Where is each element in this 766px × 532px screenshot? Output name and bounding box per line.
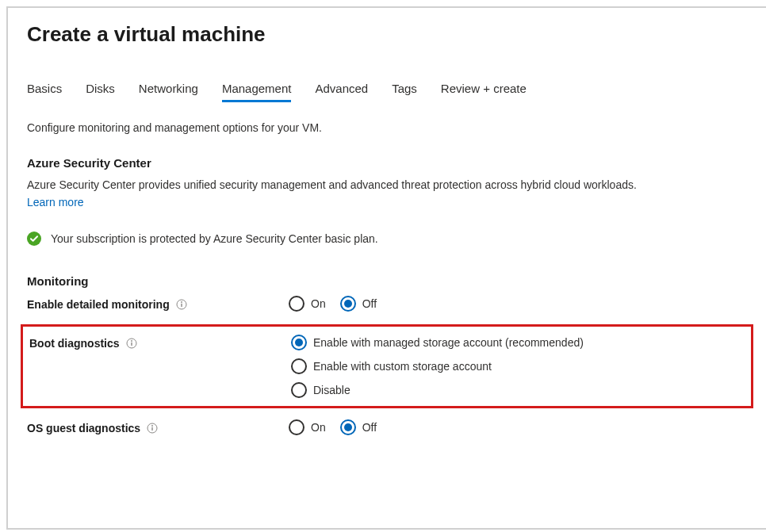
radio-detailed-on[interactable]: On <box>289 296 326 312</box>
security-section-desc: Azure Security Center provides unified s… <box>27 178 747 193</box>
tab-management[interactable]: Management <box>222 82 292 102</box>
options-boot-diagnostics: Enable with managed storage account (rec… <box>291 335 584 398</box>
radio-boot-disable[interactable]: Disable <box>291 382 584 398</box>
security-status-row: Your subscription is protected by Azure … <box>27 232 747 246</box>
svg-rect-6 <box>131 342 132 345</box>
row-os-guest-diagnostics: OS guest diagnostics On Off <box>27 419 747 435</box>
label-wrap-os-guest: OS guest diagnostics <box>27 419 289 434</box>
radio-icon <box>340 296 356 312</box>
tab-basics[interactable]: Basics <box>27 82 62 102</box>
page-title: Create a virtual machine <box>27 22 747 47</box>
intro-text: Configure monitoring and management opti… <box>27 121 747 134</box>
tab-networking[interactable]: Networking <box>139 82 198 102</box>
radio-icon <box>289 296 304 312</box>
radio-icon <box>340 419 356 435</box>
highlight-boot-diagnostics: Boot diagnostics Enable with managed sto… <box>21 324 753 408</box>
radio-label: Enable with managed storage account (rec… <box>313 336 584 349</box>
radio-label: On <box>311 421 326 434</box>
tab-advanced[interactable]: Advanced <box>315 82 368 102</box>
info-icon[interactable] <box>126 338 137 349</box>
row-enable-detailed-monitoring: Enable detailed monitoring On Off <box>27 296 747 312</box>
svg-point-5 <box>131 340 132 342</box>
svg-point-2 <box>181 301 182 303</box>
radio-icon <box>291 358 307 374</box>
radio-label: On <box>311 297 326 310</box>
svg-point-8 <box>151 425 153 427</box>
svg-rect-3 <box>181 303 182 306</box>
svg-rect-9 <box>151 427 152 430</box>
options-enable-detailed: On Off <box>289 296 377 312</box>
radio-label: Enable with custom storage account <box>313 360 492 373</box>
radio-icon <box>289 419 304 435</box>
radio-label: Off <box>362 421 377 434</box>
tabs-bar: Basics Disks Networking Management Advan… <box>27 82 747 102</box>
label-wrap-boot: Boot diagnostics <box>29 335 291 350</box>
tab-disks[interactable]: Disks <box>86 82 115 102</box>
radio-label: Disable <box>313 384 350 396</box>
tab-tags[interactable]: Tags <box>392 82 417 102</box>
label-boot-diagnostics: Boot diagnostics <box>29 337 120 350</box>
page-frame: Create a virtual machine Basics Disks Ne… <box>6 6 766 530</box>
tab-review-create[interactable]: Review + create <box>441 82 527 102</box>
radio-detailed-off[interactable]: Off <box>340 296 377 312</box>
radio-icon <box>291 382 307 398</box>
radio-boot-custom[interactable]: Enable with custom storage account <box>291 358 584 374</box>
check-circle-icon <box>27 232 41 246</box>
info-icon[interactable] <box>147 423 158 434</box>
learn-more-link[interactable]: Learn more <box>27 196 84 209</box>
radio-boot-managed[interactable]: Enable with managed storage account (rec… <box>291 335 584 350</box>
radio-os-guest-on[interactable]: On <box>289 419 326 435</box>
label-os-guest: OS guest diagnostics <box>27 422 140 434</box>
security-section-title: Azure Security Center <box>27 156 747 170</box>
monitoring-section-title: Monitoring <box>27 274 747 288</box>
radio-icon <box>291 335 307 350</box>
radio-os-guest-off[interactable]: Off <box>340 419 377 435</box>
options-os-guest: On Off <box>289 419 377 435</box>
radio-label: Off <box>362 297 377 310</box>
info-icon[interactable] <box>176 299 187 310</box>
security-status-text: Your subscription is protected by Azure … <box>51 232 378 245</box>
label-wrap-detailed: Enable detailed monitoring <box>27 296 289 311</box>
row-boot-diagnostics: Boot diagnostics Enable with managed sto… <box>28 335 746 398</box>
label-enable-detailed: Enable detailed monitoring <box>27 298 170 311</box>
